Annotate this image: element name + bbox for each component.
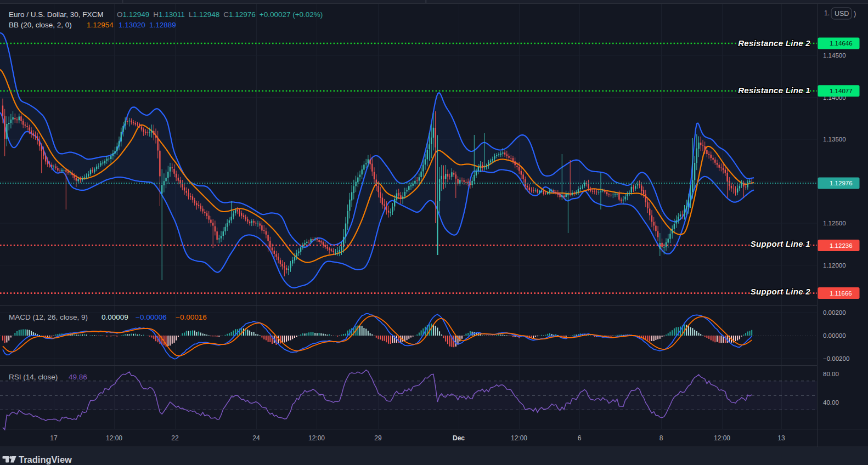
svg-text:BB (20, close, 2, 0): BB (20, close, 2, 0) bbox=[9, 21, 72, 29]
svg-text:0.00009: 0.00009 bbox=[102, 313, 128, 321]
svg-text:12:00: 12:00 bbox=[106, 434, 122, 442]
svg-text:Resistance Line 1: Resistance Line 1 bbox=[738, 86, 810, 95]
svg-text:Support Line 2: Support Line 2 bbox=[751, 287, 811, 296]
svg-text:8: 8 bbox=[660, 434, 663, 442]
svg-text:1.12000: 1.12000 bbox=[823, 262, 846, 269]
svg-text:1.14077: 1.14077 bbox=[830, 88, 853, 94]
svg-text:49.86: 49.86 bbox=[69, 373, 87, 381]
svg-text:1.14646: 1.14646 bbox=[830, 40, 853, 47]
svg-text:1.12889: 1.12889 bbox=[149, 21, 176, 29]
svg-text:12:00: 12:00 bbox=[511, 434, 527, 442]
svg-text:1.12500: 1.12500 bbox=[823, 220, 846, 226]
svg-text:12:00: 12:00 bbox=[308, 434, 325, 442]
svg-text:Euro / U.S. Dollar, 30, FXCM: Euro / U.S. Dollar, 30, FXCM bbox=[9, 10, 104, 19]
svg-text:1.13500: 1.13500 bbox=[823, 136, 846, 143]
svg-text:29: 29 bbox=[374, 434, 382, 442]
svg-text:24: 24 bbox=[252, 434, 260, 442]
svg-text:1.14500: 1.14500 bbox=[823, 52, 846, 59]
svg-text:MACD (12, 26, close, 9): MACD (12, 26, close, 9) bbox=[9, 313, 88, 321]
svg-text:−0.00006: −0.00006 bbox=[136, 313, 167, 321]
svg-text:Support Line 1: Support Line 1 bbox=[751, 239, 810, 248]
svg-text:80.00: 80.00 bbox=[823, 371, 839, 377]
svg-text:1.12954: 1.12954 bbox=[87, 21, 114, 29]
svg-text:Resistance Line 2: Resistance Line 2 bbox=[738, 38, 810, 48]
svg-text:12:00: 12:00 bbox=[714, 434, 730, 442]
svg-text:0.00000: 0.00000 bbox=[823, 332, 846, 339]
svg-text:−0.00200: −0.00200 bbox=[823, 355, 849, 362]
svg-text:13: 13 bbox=[777, 434, 785, 442]
svg-text:1.: 1. bbox=[824, 9, 830, 17]
svg-text:1.12976: 1.12976 bbox=[830, 180, 853, 186]
svg-text:1.13020: 1.13020 bbox=[119, 21, 145, 29]
svg-text:Dec: Dec bbox=[453, 434, 465, 442]
svg-text:1.12236: 1.12236 bbox=[830, 242, 853, 249]
svg-text:0.00200: 0.00200 bbox=[823, 309, 846, 316]
svg-text:22: 22 bbox=[171, 434, 179, 442]
svg-text:40.00: 40.00 bbox=[823, 399, 839, 406]
svg-text:RSI (14, close): RSI (14, close) bbox=[9, 373, 58, 381]
svg-text:USD: USD bbox=[835, 10, 849, 18]
svg-text:−0.00016: −0.00016 bbox=[176, 313, 207, 321]
svg-text:17: 17 bbox=[50, 434, 58, 442]
svg-text:6: 6 bbox=[578, 434, 582, 442]
svg-text:1.11666: 1.11666 bbox=[830, 290, 852, 297]
svg-text:): ) bbox=[854, 10, 856, 18]
svg-text:TradingView: TradingView bbox=[19, 455, 72, 464]
